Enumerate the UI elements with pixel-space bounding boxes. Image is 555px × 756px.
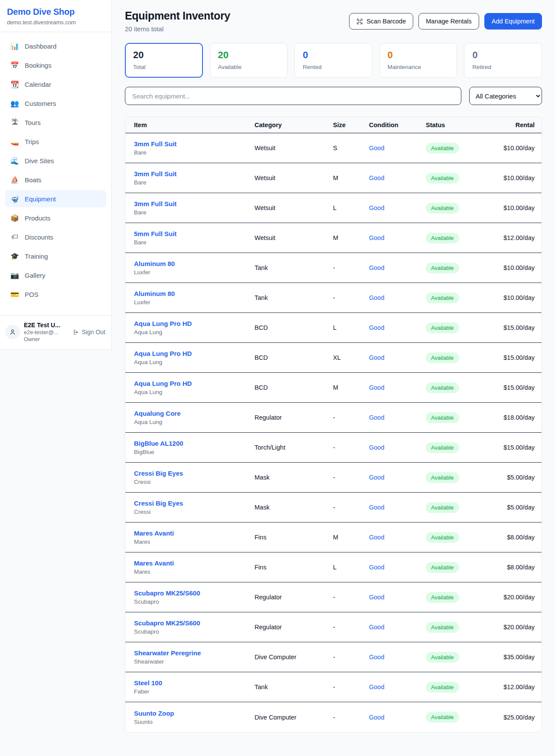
user-meta: E2E Test U... e2e-tester@... Owner — [24, 322, 69, 342]
size-cell: L — [332, 564, 368, 571]
status-cell: Available — [425, 682, 490, 693]
item-name-link[interactable]: Aqua Lung Pro HD — [134, 350, 254, 357]
item-name-link[interactable]: Scubapro MK25/S600 — [134, 589, 254, 597]
stat-value: 0 — [303, 49, 364, 61]
item-name-link[interactable]: 3mm Full Suit — [134, 140, 254, 148]
item-brand: Mares — [134, 569, 254, 575]
item-cell: 5mm Full Suit Bare — [125, 230, 254, 246]
stat-card-{label}[interactable]: 0 Rented — [294, 43, 372, 78]
condition-link[interactable]: Good — [368, 234, 425, 241]
condition-link[interactable]: Good — [368, 444, 425, 451]
sidebar-item-equipment[interactable]: 🤿 Equipment — [5, 190, 106, 207]
search-input[interactable] — [125, 87, 461, 105]
sign-out-button[interactable]: Sign Out — [73, 329, 105, 335]
item-name-link[interactable]: Suunto Zoop — [134, 710, 254, 717]
table-row: Mares Avanti Mares Fins L Good Available… — [125, 552, 542, 582]
condition-link[interactable]: Good — [368, 145, 425, 151]
condition-link[interactable]: Good — [368, 264, 425, 271]
items-count: 20 items total — [125, 25, 230, 33]
scan-barcode-button[interactable]: Scan Barcode — [349, 13, 413, 30]
item-name-link[interactable]: Scubapro MK25/S600 — [134, 619, 254, 627]
condition-link[interactable]: Good — [368, 504, 425, 511]
item-name-link[interactable]: Aluminum 80 — [134, 260, 254, 267]
item-brand: Bare — [134, 209, 254, 216]
equipment-icon: 🤿 — [10, 195, 19, 203]
size-cell: - — [332, 714, 368, 721]
condition-link[interactable]: Good — [368, 564, 425, 571]
item-brand: Bare — [134, 239, 254, 246]
item-brand: Aqua Lung — [134, 419, 254, 425]
item-name-link[interactable]: Shearwater Peregrine — [134, 649, 254, 657]
condition-link[interactable]: Good — [368, 354, 425, 361]
sidebar-item-bookings[interactable]: 📅 Bookings — [5, 56, 106, 74]
status-cell: Available — [425, 592, 490, 603]
condition-link[interactable]: Good — [368, 714, 425, 721]
condition-link[interactable]: Good — [368, 624, 425, 631]
condition-link[interactable]: Good — [368, 684, 425, 690]
stat-value: 0 — [472, 49, 534, 61]
condition-link[interactable]: Good — [368, 654, 425, 661]
condition-link[interactable]: Good — [368, 414, 425, 421]
item-name-link[interactable]: Mares Avanti — [134, 559, 254, 567]
condition-link[interactable]: Good — [368, 174, 425, 181]
sidebar-item-tours[interactable]: 🏝 Tours — [5, 114, 106, 131]
item-name-link[interactable]: 5mm Full Suit — [134, 230, 254, 237]
condition-link[interactable]: Good — [368, 204, 425, 211]
item-name-link[interactable]: Cressi Big Eyes — [134, 500, 254, 507]
size-cell: - — [332, 474, 368, 481]
calendar-icon: 📆 — [10, 80, 19, 89]
stat-card-{label}[interactable]: 0 Maintenance — [379, 43, 457, 78]
item-name-link[interactable]: 3mm Full Suit — [134, 200, 254, 207]
sidebar-item-discounts[interactable]: 🏷 Discounts — [5, 228, 106, 246]
item-name-link[interactable]: Mares Avanti — [134, 529, 254, 537]
item-name-link[interactable]: Cressi Big Eyes — [134, 470, 254, 477]
sidebar-item-boats[interactable]: ⛵ Boats — [5, 171, 106, 188]
item-name-link[interactable]: Aqualung Core — [134, 410, 254, 417]
item-brand: Scubapro — [134, 628, 254, 635]
sidebar-item-customers[interactable]: 👥 Customers — [5, 95, 106, 112]
user-box: E2E Test U... e2e-tester@... Owner Sign … — [0, 316, 111, 349]
item-cell: Cressi Big Eyes Cressi — [125, 470, 254, 485]
sidebar-item-trips[interactable]: 🚤 Trips — [5, 133, 106, 150]
item-brand: Bare — [134, 149, 254, 156]
stat-card-{label}[interactable]: 20 Total — [125, 43, 203, 78]
item-name-link[interactable]: 3mm Full Suit — [134, 170, 254, 177]
condition-link[interactable]: Good — [368, 294, 425, 301]
status-cell: Available — [425, 562, 490, 573]
condition-link[interactable]: Good — [368, 324, 425, 331]
item-brand: Cressi — [134, 509, 254, 515]
status-badge: Available — [426, 322, 459, 333]
sidebar-item-calendar[interactable]: 📆 Calendar — [5, 76, 106, 93]
item-cell: Mares Avanti Mares — [125, 559, 254, 575]
sidebar-item-gallery[interactable]: 📷 Gallery — [5, 266, 106, 284]
sidebar-item-training[interactable]: 🎓 Training — [5, 247, 106, 265]
condition-link[interactable]: Good — [368, 594, 425, 601]
sidebar-item-products[interactable]: 📦 Products — [5, 209, 106, 227]
sidebar-item-dashboard[interactable]: 📊 Dashboard — [5, 37, 106, 55]
item-name-link[interactable]: BigBlue AL1200 — [134, 440, 254, 447]
item-name-link[interactable]: Aqua Lung Pro HD — [134, 320, 254, 327]
manage-rentals-button[interactable]: Manage Rentals — [418, 13, 479, 30]
category-cell: BCD — [254, 384, 332, 391]
filter-row: All Categories — [125, 87, 542, 105]
condition-link[interactable]: Good — [368, 474, 425, 481]
item-name-link[interactable]: Steel 100 — [134, 679, 254, 687]
item-name-link[interactable]: Aluminum 80 — [134, 290, 254, 297]
condition-link[interactable]: Good — [368, 534, 425, 541]
item-name-link[interactable]: Aqua Lung Pro HD — [134, 380, 254, 387]
status-cell: Available — [425, 203, 490, 214]
sidebar-item-dive-sites[interactable]: 🌊 Dive Sites — [5, 152, 106, 169]
stat-card-{label}[interactable]: 20 Available — [210, 43, 288, 78]
add-equipment-button[interactable]: Add Equipment — [484, 13, 542, 30]
item-brand: Bare — [134, 179, 254, 186]
sidebar-item-pos[interactable]: 💳 POS — [5, 286, 106, 303]
column-item: Item — [125, 122, 254, 128]
item-cell: Aqualung Core Aqua Lung — [125, 410, 254, 425]
category-select[interactable]: All Categories — [469, 87, 542, 105]
status-badge: Available — [426, 562, 459, 573]
condition-link[interactable]: Good — [368, 384, 425, 391]
status-badge: Available — [426, 412, 459, 423]
item-cell: Aqua Lung Pro HD Aqua Lung — [125, 350, 254, 365]
stat-card-{label}[interactable]: 0 Retired — [464, 43, 542, 78]
table-row: Aluminum 80 Luxfer Tank - Good Available… — [125, 253, 542, 283]
